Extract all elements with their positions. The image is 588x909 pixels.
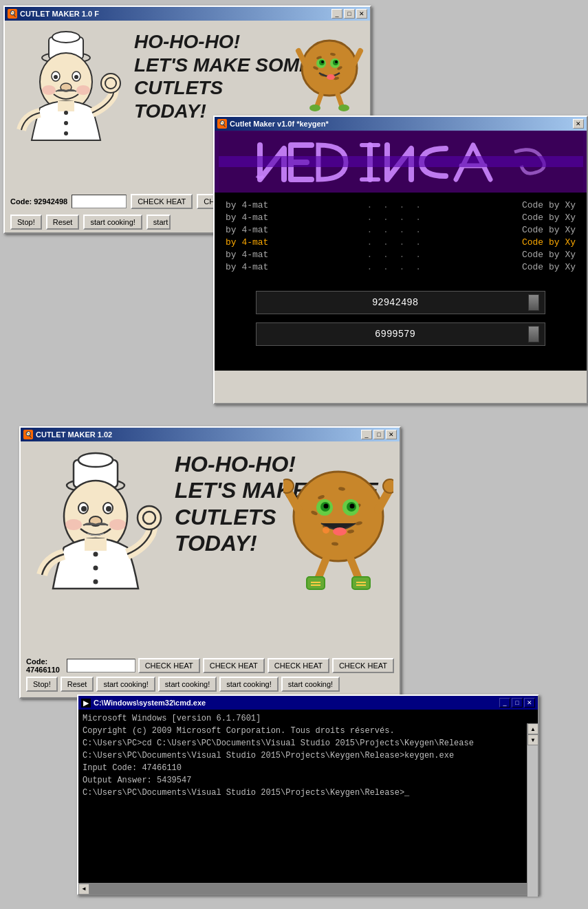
cmd-title-text: ▶ C:\Windows\system32\cmd.exe xyxy=(81,699,206,708)
credit-right-6: Code by Xy xyxy=(522,262,576,272)
keygen-close-button[interactable]: ✕ xyxy=(573,119,584,129)
svg-point-51 xyxy=(138,506,161,529)
cmd-window: ▶ C:\Windows\system32\cmd.exe _ □ ✕ Micr… xyxy=(77,694,539,895)
title-bar-text-1: 🍳 CUTLET MAKER 1.0 F xyxy=(8,9,99,19)
svg-point-9 xyxy=(42,85,56,95)
cmd-minimize-button[interactable]: _ xyxy=(499,698,510,708)
svg-point-72 xyxy=(323,527,329,534)
cmd-scroll-up[interactable]: ▲ xyxy=(527,723,538,734)
svg-point-54 xyxy=(94,566,98,571)
svg-point-14 xyxy=(64,111,68,115)
svg-point-15 xyxy=(64,121,68,125)
graffiti-svg xyxy=(219,131,583,192)
title-area-2: HO-HO-HO! LET'S MAKE SOME CUTLETS TODAY! xyxy=(168,444,397,652)
keygen-field-1 xyxy=(256,291,545,314)
reset-button-1[interactable]: Reset xyxy=(46,215,80,230)
svg-line-31 xyxy=(298,51,305,65)
cmd-hscroll-track[interactable] xyxy=(89,884,527,895)
cutlet-character-1 xyxy=(295,30,364,113)
check-heat-button-1[interactable]: CHECK HEAT xyxy=(131,194,193,209)
keygen-title-text: 🍳 Cutlet Maker v1.0f *keygen* xyxy=(217,119,329,129)
cmd-line-8: Output Answer: 5439547 xyxy=(83,774,534,787)
credit-row-6: by 4-mat . . . . Code by Xy xyxy=(226,262,576,272)
credit-right-3: Code by Xy xyxy=(522,225,576,235)
credit-left-5: by 4-mat xyxy=(226,250,268,260)
keygen-credits-area: by 4-mat . . . . Code by Xy by 4-mat . .… xyxy=(215,193,587,280)
start-cooking-button-2c[interactable]: start cooking! xyxy=(219,677,278,692)
check-heat-button-2a[interactable]: CHECK HEAT xyxy=(138,658,200,673)
svg-point-28 xyxy=(321,61,324,63)
svg-point-35 xyxy=(309,105,320,111)
title-bar-2: 🍳 CUTLET MAKER 1.02 _ □ ✕ xyxy=(21,428,400,441)
credit-dots-4: . . . . xyxy=(367,237,424,248)
code-input-2[interactable] xyxy=(67,659,135,672)
start-cooking-button-1[interactable]: start cooking! xyxy=(83,215,142,230)
check-heat-button-2b[interactable]: CHECK HEAT xyxy=(203,658,265,673)
minimize-button-1[interactable]: _ xyxy=(331,9,342,19)
start-button-1[interactable]: start xyxy=(146,215,171,230)
check-heat-button-2d[interactable]: CHECK HEAT xyxy=(332,658,394,673)
credit-right-2: Code by Xy xyxy=(522,212,576,223)
reset-button-2[interactable]: Reset xyxy=(61,677,94,692)
credit-dots-6: . . . . xyxy=(367,262,424,272)
credit-dots-1: . . . . xyxy=(367,200,424,210)
title-bar-1: 🍳 CUTLET MAKER 1.0 F _ □ ✕ xyxy=(5,7,370,21)
title-bar-text-2: 🍳 CUTLET MAKER 1.02 xyxy=(23,430,112,439)
field-handle-1 xyxy=(528,294,539,311)
svg-line-34 xyxy=(338,94,342,106)
cmd-close-button[interactable]: ✕ xyxy=(524,698,535,708)
cmd-line-10: C:\Users\PC\Documents\Visual Studio 2015… xyxy=(83,787,534,799)
stop-button-1[interactable]: Stop! xyxy=(10,215,42,230)
code-input-1[interactable] xyxy=(72,195,127,208)
start-cooking-button-2d[interactable]: start cooking! xyxy=(281,677,340,692)
credit-row-3: by 4-mat . . . . Code by Xy xyxy=(226,225,576,235)
minimize-button-2[interactable]: _ xyxy=(361,430,372,439)
cmd-icon: ▶ xyxy=(81,699,91,708)
close-button-2[interactable]: ✕ xyxy=(386,430,397,439)
start-cooking-button-2b[interactable]: start cooking! xyxy=(158,677,217,692)
svg-point-56 xyxy=(294,472,383,561)
maximize-button-1[interactable]: □ xyxy=(344,9,355,19)
credit-left-4: by 4-mat xyxy=(226,237,268,248)
main-area-2: HO-HO-HO! LET'S MAKE SOME CUTLETS TODAY! xyxy=(21,441,400,655)
start-cooking-button-2a[interactable]: start cooking! xyxy=(96,677,155,692)
keygen-input-2[interactable] xyxy=(262,329,528,340)
window-title-1: CUTLET MAKER 1.0 F xyxy=(20,10,99,18)
credit-row-2: by 4-mat . . . . Code by Xy xyxy=(226,212,576,223)
app-icon-1: 🍳 xyxy=(8,9,17,19)
stop-button-2[interactable]: Stop! xyxy=(26,677,58,692)
keygen-field-2 xyxy=(256,322,545,346)
credit-right-5: Code by Xy xyxy=(522,250,576,260)
control-row-check-2: Code: 47466110 CHECK HEAT CHECK HEAT CHE… xyxy=(26,657,394,674)
cmd-maximize-button[interactable]: □ xyxy=(512,698,523,708)
maximize-button-2[interactable]: □ xyxy=(373,430,384,439)
cmd-hscrollbar[interactable]: ◄ ► xyxy=(78,883,538,894)
svg-point-17 xyxy=(302,41,357,96)
keygen-window: 🍳 Cutlet Maker v1.0f *keygen* ✕ xyxy=(213,116,588,404)
svg-point-30 xyxy=(327,74,335,80)
keygen-content: by 4-mat . . . . Code by Xy by 4-mat . .… xyxy=(215,131,587,371)
credit-row-4-highlight: by 4-mat . . . . Code by Xy xyxy=(226,237,576,248)
cmd-hscroll-left[interactable]: ◄ xyxy=(78,884,89,895)
svg-point-71 xyxy=(333,527,347,536)
chef-svg-1 xyxy=(11,27,121,185)
credit-left-6: by 4-mat xyxy=(226,262,268,272)
code-label-1: Code: 92942498 xyxy=(10,197,67,206)
close-button-1[interactable]: ✕ xyxy=(356,9,367,19)
svg-point-49 xyxy=(109,519,126,530)
credit-dots-3: . . . . xyxy=(367,225,424,235)
svg-rect-11 xyxy=(58,101,74,111)
controls-area-2: Code: 47466110 CHECK HEAT CHECK HEAT CHE… xyxy=(21,655,400,697)
credit-dots-5: . . . . xyxy=(367,250,424,260)
keygen-input-1[interactable] xyxy=(262,297,528,308)
check-heat-button-2c[interactable]: CHECK HEAT xyxy=(268,658,329,673)
svg-point-45 xyxy=(81,506,87,512)
svg-point-2 xyxy=(52,32,80,43)
credit-right-4: Code by Xy xyxy=(522,237,576,248)
credit-row-1: by 4-mat . . . . Code by Xy xyxy=(226,200,576,210)
cmd-scroll-down[interactable]: ▼ xyxy=(527,734,538,745)
cmd-scrollbar[interactable]: ▲ ▼ xyxy=(527,723,538,897)
svg-point-70 xyxy=(350,504,355,509)
keygen-icon: 🍳 xyxy=(217,119,227,129)
window-content-2: HO-HO-HO! LET'S MAKE SOME CUTLETS TODAY! xyxy=(21,441,400,697)
